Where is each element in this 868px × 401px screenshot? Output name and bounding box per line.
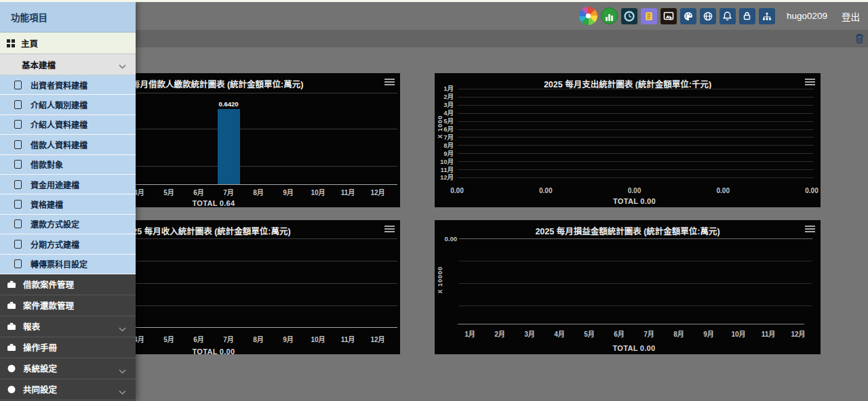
sidebar-subitem-label: 資格建檔 [31, 198, 63, 210]
sidebar-item-3[interactable]: 報表 [0, 316, 136, 337]
sidebar-item-label: 共同設定 [23, 383, 57, 396]
axis-month-label: 7月 [214, 334, 243, 344]
bar-value-label: 0.6420 [208, 100, 249, 108]
square-outline-icon [14, 259, 22, 268]
globe-app-icon[interactable] [700, 8, 716, 24]
gridline [459, 261, 812, 261]
username-label: hugo0209 [787, 11, 827, 21]
chart-menu-icon[interactable] [805, 226, 815, 234]
axis-month-label: 2月 [435, 93, 454, 100]
palette-app-icon[interactable] [680, 8, 696, 24]
chevron-down-icon [119, 324, 126, 334]
square-outline-icon [14, 200, 22, 209]
sidebar-subitem-3[interactable]: 介紹人資料建檔 [0, 115, 136, 135]
x-axis-labels: 0.000.000.000.000.00 [457, 187, 812, 195]
zero-line [459, 238, 812, 239]
gridline [458, 161, 814, 162]
sidebar-group-basic-setup[interactable]: 基本建檔 [0, 54, 136, 75]
circle-icon [7, 364, 16, 373]
grid-icon [7, 39, 15, 47]
square-outline-icon [14, 120, 22, 129]
sidebar-subitem-10[interactable]: 轉傳票科目設定 [0, 255, 136, 274]
y-axis-tick-label: 0.00 [440, 235, 457, 242]
axis-value-label: 0.00 [450, 187, 463, 194]
axis-month-label: 10月 [435, 159, 454, 165]
axis-month-label: 6月 [184, 187, 214, 197]
sidebar-submenu: 出資者資料建檔介紹人類別建檔介紹人資料建檔借款人資料建檔借款對象資金用途建檔資格… [0, 75, 136, 274]
axis-month-label: 1月 [455, 329, 485, 339]
chevron-down-icon [119, 387, 126, 397]
sitemap-app-icon[interactable] [759, 8, 775, 24]
chart-total-label: TOTAL 0.00 [457, 197, 812, 205]
gridline [458, 129, 814, 130]
green-coin-icon[interactable] [601, 7, 618, 24]
trash-icon[interactable] [855, 33, 864, 47]
chart-panel-expenses: 2025 每月支出統計圖表 (統計金額單位:千元) 1月2月3月4月5月6月7月… [435, 73, 821, 207]
briefcase-icon [7, 301, 16, 310]
x-axis-labels: 1月2月3月4月5月6月7月8月9月10月11月12月 [455, 329, 813, 339]
sidebar-item-1[interactable]: 借款案件管理 [0, 274, 136, 295]
gridline [458, 97, 814, 98]
sidebar-subitem-5[interactable]: 借款對象 [0, 155, 136, 175]
sidebar-subitem-7[interactable]: 資格建檔 [0, 194, 136, 214]
sidebar-item-2[interactable]: 案件還款管理 [0, 295, 136, 316]
axis-month-label: 7月 [634, 329, 664, 339]
sidebar-subitem-8[interactable]: 還款方式設定 [0, 215, 136, 234]
sidebar-subitem-6[interactable]: 資金用途建檔 [0, 175, 136, 194]
axis-month-label: 9月 [694, 329, 724, 339]
bar [218, 109, 240, 184]
axis-value-label: 0.00 [539, 187, 552, 194]
square-outline-icon [14, 140, 22, 149]
clock-app-icon[interactable] [621, 8, 637, 24]
lock-app-icon[interactable] [739, 8, 755, 24]
y-axis-unit-label: X 1000 [437, 115, 443, 139]
sidebar-item-label: 借款案件管理 [23, 278, 74, 291]
sidebar-item-label: 操作手冊 [23, 341, 57, 354]
color-wheel-icon[interactable] [579, 7, 597, 25]
axis-month-label: 1月 [435, 85, 454, 92]
chart-total-label: TOTAL 0.00 [455, 344, 813, 352]
square-outline-icon [14, 180, 22, 189]
axis-month-label: 8月 [664, 329, 694, 339]
briefcase-icon [7, 280, 16, 289]
gridline [458, 121, 814, 122]
sidebar-item-label: 案件還款管理 [23, 299, 74, 312]
sidebar-subitem-2[interactable]: 介紹人類別建檔 [0, 95, 136, 114]
axis-month-label: 3月 [515, 329, 545, 339]
bell-app-icon[interactable] [719, 8, 736, 24]
chart-menu-icon[interactable] [384, 226, 395, 234]
chart-panel-profit: 2025 每月損益金額統計圖表 (統計金額單位:萬元) 0.00 X 10000… [435, 220, 821, 354]
x-axis-line [458, 324, 804, 324]
sidebar-item-label: 報表 [23, 320, 40, 333]
y-axis-unit-label: X 10000 [437, 266, 443, 294]
axis-month-label: 8月 [435, 142, 454, 149]
sidebar-item-home[interactable]: 主頁 [0, 33, 136, 54]
axis-month-label: 12月 [363, 334, 393, 344]
chart-menu-icon[interactable] [805, 79, 815, 87]
axis-month-label: 12月 [363, 187, 393, 197]
logout-button[interactable]: 登出 [842, 9, 860, 23]
chart-menu-icon[interactable] [384, 79, 395, 87]
briefcase-icon [7, 322, 16, 331]
sidebar-subitem-1[interactable]: 出資者資料建檔 [0, 75, 136, 95]
sidebar-subitem-9[interactable]: 分期方式建檔 [0, 234, 136, 254]
sidebar-subitem-label: 分期方式建檔 [31, 238, 79, 250]
axis-month-label: 10月 [303, 334, 333, 344]
scroll-app-icon[interactable] [641, 8, 657, 24]
axis-month-label: 10月 [724, 329, 753, 339]
chevron-down-icon [119, 366, 126, 376]
axis-month-label: 9月 [435, 150, 454, 157]
sidebar-item-5[interactable]: 系統設定 [0, 358, 136, 379]
gridline [458, 137, 814, 138]
sidebar-item-label: 主頁 [21, 37, 38, 49]
sidebar-subitem-label: 借款人資料建檔 [31, 139, 87, 150]
gridline [459, 283, 812, 284]
axis-month-label: 11月 [753, 329, 783, 339]
sidebar-subitem-label: 介紹人資料建檔 [31, 119, 87, 130]
grid [458, 89, 814, 178]
sidebar-item-6[interactable]: 共同設定 [0, 379, 136, 400]
gridline [459, 305, 812, 306]
screen-app-icon[interactable] [660, 8, 677, 24]
sidebar-item-4[interactable]: 操作手冊 [0, 337, 136, 358]
sidebar-subitem-4[interactable]: 借款人資料建檔 [0, 135, 136, 154]
